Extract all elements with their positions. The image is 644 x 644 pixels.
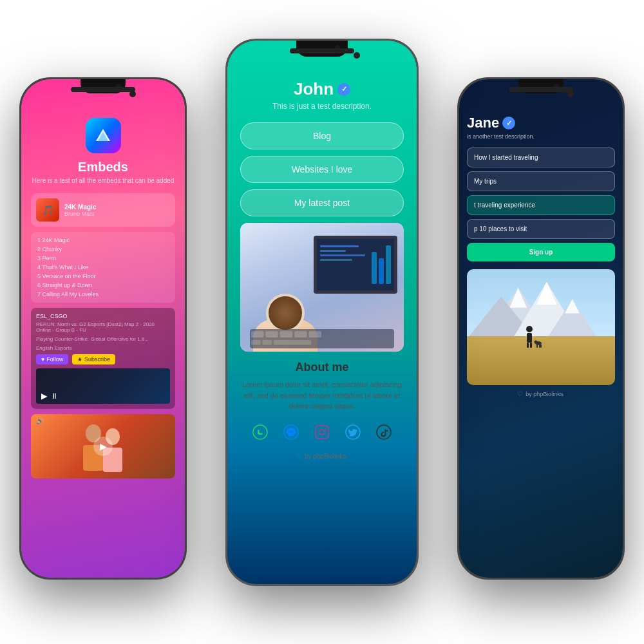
svg-point-39	[535, 341, 538, 344]
svg-rect-41	[539, 345, 540, 348]
scene: Embeds Here is a test of all the embeds …	[0, 0, 644, 644]
svg-rect-7	[320, 254, 365, 256]
my-trips-button[interactable]: My trips	[467, 171, 615, 191]
signup-button[interactable]: Sign up	[467, 243, 615, 261]
twitch-game: Playing Counter-Strike: Global Offensive…	[36, 336, 170, 342]
phone-right: Jane ✓ is another test description. How …	[457, 77, 625, 580]
twitch-card: ESL_CSGO RERUN: North vs. G2 Esports [Du…	[31, 308, 175, 409]
social-icons-row	[250, 422, 394, 442]
svg-rect-16	[309, 331, 321, 337]
playlist-item-1: 1 24K Magic	[37, 236, 169, 245]
verified-badge-center: ✓	[337, 83, 350, 96]
track-name: 24K Magic	[64, 204, 96, 211]
instagram-icon[interactable]	[312, 422, 332, 442]
video-play-button[interactable]: ▶	[93, 437, 113, 456]
top-places-button[interactable]: p 10 places to visit	[467, 219, 615, 239]
center-content: John ✓ This is just a test description. …	[227, 41, 417, 584]
laptop-screen	[317, 239, 394, 290]
svg-rect-9	[372, 252, 377, 284]
right-content: Jane ✓ is another test description. How …	[459, 79, 623, 578]
traveling-experience-button[interactable]: t traveling experience	[467, 195, 615, 215]
blog-button[interactable]: Blog	[240, 122, 404, 149]
svg-marker-33	[565, 299, 580, 313]
left-title: Embeds	[31, 160, 175, 175]
center-name-text: John	[294, 79, 334, 99]
svg-rect-36	[527, 343, 529, 348]
twitch-play-icon: ▶	[41, 392, 47, 401]
playlist-item-7: 7 Calling All My Loveles	[37, 290, 169, 299]
svg-rect-5	[320, 245, 359, 247]
whatsapp-icon[interactable]	[250, 422, 270, 442]
svg-marker-32	[536, 282, 557, 305]
twitch-tags: English Esports	[36, 345, 170, 351]
verified-badge-right: ✓	[502, 117, 515, 129]
right-description: is another test description.	[467, 133, 615, 140]
music-card: 🎵 24K Magic Bruno Mars	[31, 193, 175, 227]
affinity-logo-icon	[86, 118, 121, 153]
playlist-item-4: 4 That's What I Like	[37, 263, 169, 272]
center-user-name-container: John ✓	[294, 79, 350, 99]
camera-right	[554, 84, 559, 89]
heart-icon: ♥	[41, 356, 44, 363]
twitch-title: ESL_CSGO	[36, 313, 170, 319]
playlist-item-6: 6 Straight up & Down	[37, 281, 169, 290]
twitch-buttons: ♥ Follow ★ Subscribe	[36, 354, 170, 365]
svg-rect-17	[251, 340, 261, 345]
twitch-pause-icon: ⏸	[50, 392, 58, 401]
playlist-item-5: 5 Versace on the Floor	[37, 272, 169, 281]
twitch-preview: ▶ ⏸	[36, 368, 170, 404]
svg-rect-6	[320, 250, 346, 252]
left-subtitle: Here is a test of all the embeds that ca…	[31, 177, 175, 184]
screen-center: John ✓ This is just a test description. …	[227, 41, 417, 584]
messenger-icon[interactable]	[281, 422, 301, 442]
artist-name: Bruno Mars	[64, 211, 96, 217]
left-logo-container	[31, 118, 175, 153]
right-footer-text: by phpBiolinks.	[526, 391, 565, 397]
twitch-follow-button[interactable]: ♥ Follow	[36, 354, 68, 365]
playlist: 1 24K Magic 2 Chunky 3 Perm 4 That's Wha…	[31, 232, 175, 303]
mountain-scene	[467, 269, 615, 385]
twitch-subscribe-button[interactable]: ★ Subscribe	[72, 354, 115, 365]
right-user-name-container: Jane ✓	[467, 115, 615, 131]
playlist-item-2: 2 Chunky	[37, 245, 169, 254]
svg-rect-12	[251, 331, 263, 337]
svg-rect-11	[386, 245, 391, 284]
svg-point-23	[319, 430, 325, 435]
music-thumbnail: 🎵	[36, 198, 59, 222]
star-icon: ★	[77, 356, 82, 363]
about-text: Lorem ipsum dolor sit amet, consectetur …	[240, 379, 404, 412]
latest-post-button[interactable]: My latest post	[240, 189, 404, 216]
center-image	[240, 223, 404, 352]
twitter-icon[interactable]	[343, 422, 363, 442]
music-info: 24K Magic Bruno Mars	[64, 204, 96, 217]
right-name-text: Jane	[467, 115, 499, 131]
svg-point-24	[325, 428, 326, 429]
camera-left	[116, 84, 121, 89]
notch-center	[296, 41, 348, 57]
video-card: 🔊 ▶	[31, 414, 175, 478]
laptop-shape	[314, 236, 397, 294]
tiktok-icon[interactable]	[374, 422, 394, 442]
svg-rect-35	[527, 333, 532, 343]
websites-love-button[interactable]: Websites I love	[240, 156, 404, 183]
svg-rect-15	[294, 331, 307, 337]
volume-icon: 🔊	[36, 417, 44, 424]
heart-footer-icon: ♡	[296, 453, 302, 460]
phone-left: Embeds Here is a test of all the embeds …	[19, 77, 187, 580]
footer-text: by phpBiolinks.	[305, 453, 348, 460]
twitch-rerun: RERUN: North vs. G2 Esports [Dust2] Map …	[36, 321, 170, 333]
screen-left: Embeds Here is a test of all the embeds …	[21, 79, 185, 578]
svg-rect-10	[379, 258, 384, 284]
svg-rect-18	[262, 340, 272, 345]
svg-rect-19	[274, 340, 311, 345]
travel-start-button[interactable]: How I started traveling	[467, 147, 615, 167]
left-content: Embeds Here is a test of all the embeds …	[21, 79, 185, 578]
coffee-cup	[266, 294, 305, 332]
svg-point-34	[526, 326, 533, 332]
svg-rect-8	[320, 259, 352, 261]
about-title: About me	[296, 361, 349, 374]
svg-rect-40	[536, 345, 538, 348]
center-description: This is just a test description.	[272, 102, 372, 111]
screen-right: Jane ✓ is another test description. How …	[459, 79, 623, 578]
svg-point-21	[284, 425, 298, 439]
